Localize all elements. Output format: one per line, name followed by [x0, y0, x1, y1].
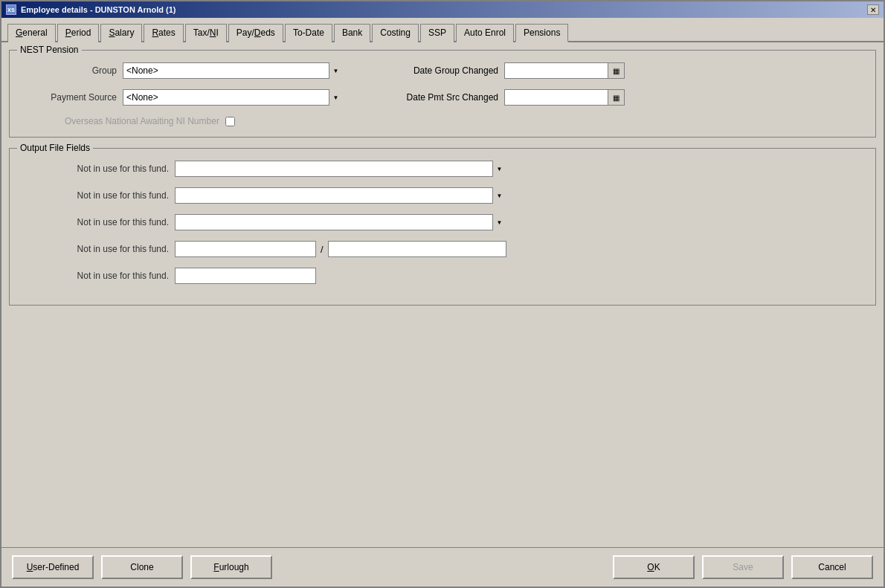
ok-button[interactable]: OK	[613, 555, 695, 579]
furlough-button[interactable]: Furlough	[190, 555, 272, 579]
output-file-fields-legend: Output File Fields	[17, 143, 93, 153]
tab-salary[interactable]: Salary	[100, 24, 142, 42]
tab-general[interactable]: General	[7, 24, 56, 42]
output-select-wrapper-1: ▼	[175, 161, 506, 177]
main-window: xs Employee details - DUNSTON Arnold (1)…	[0, 0, 885, 588]
tab-ssp[interactable]: SSP	[420, 24, 454, 42]
user-defined-button[interactable]: User-Defined	[12, 555, 94, 579]
date-pmt-src-changed-label: Date Pmt Src Changed	[387, 92, 498, 103]
payment-source-select[interactable]: <None>	[123, 89, 342, 106]
group-label: Group	[20, 65, 117, 76]
date-pmt-src-changed-group: Date Pmt Src Changed ▦	[387, 89, 625, 106]
nest-pension-group: NEST Pension Group <None> ▼ Date Group C…	[9, 50, 876, 138]
tab-rates[interactable]: Rates	[144, 24, 183, 42]
nest-pension-legend: NEST Pension	[17, 45, 82, 55]
output-row-4: Not in use for this fund. /	[20, 241, 865, 257]
split-input-a[interactable]	[175, 241, 316, 257]
tab-costing[interactable]: Costing	[372, 24, 419, 42]
date-group-changed-group: Date Group Changed ▦	[387, 62, 625, 79]
single-input[interactable]	[175, 268, 316, 284]
output-label-5: Not in use for this fund.	[20, 271, 169, 281]
split-divider: /	[316, 244, 328, 255]
tab-autoenrol[interactable]: Auto Enrol	[456, 24, 514, 42]
save-button: Save	[702, 555, 784, 579]
output-label-2: Not in use for this fund.	[20, 190, 169, 201]
output-select-wrapper-2: ▼	[175, 187, 506, 204]
output-label-3: Not in use for this fund.	[20, 217, 169, 227]
payment-source-row: Payment Source <None> ▼ Date Pmt Src Cha…	[20, 89, 865, 106]
split-input-group: /	[175, 241, 506, 257]
clone-button[interactable]: Clone	[101, 555, 183, 579]
tab-bank[interactable]: Bank	[334, 24, 370, 42]
output-file-fields-group: Output File Fields Not in use for this f…	[9, 148, 876, 306]
output-select-wrapper-3: ▼	[175, 214, 506, 230]
tab-paydeds[interactable]: Pay/Deds	[228, 24, 283, 42]
title-bar: xs Employee details - DUNSTON Arnold (1)…	[1, 1, 884, 18]
payment-source-select-wrapper: <None> ▼	[123, 89, 342, 106]
tab-period[interactable]: Period	[57, 24, 100, 42]
output-row-1: Not in use for this fund. ▼	[20, 161, 865, 177]
group-select[interactable]: <None>	[123, 62, 342, 79]
output-row-2: Not in use for this fund. ▼	[20, 187, 865, 204]
overseas-label: Overseas National Awaiting NI Number	[65, 116, 219, 126]
date-group-changed-input[interactable]	[504, 62, 608, 79]
group-select-wrapper: <None> ▼	[123, 62, 342, 79]
date-group-changed-calendar-btn[interactable]: ▦	[608, 62, 625, 79]
title-bar-left: xs Employee details - DUNSTON Arnold (1)	[6, 4, 176, 15]
tab-pensions[interactable]: Pensions	[515, 24, 568, 42]
tab-todate[interactable]: To-Date	[285, 24, 332, 42]
tab-bar: General Period Salary Rates Tax/NI Pay/D…	[1, 18, 884, 42]
date-pmt-src-changed-calendar-btn[interactable]: ▦	[608, 89, 625, 106]
footer: User-Defined Clone Furlough OK Save Canc…	[1, 547, 884, 587]
group-row: Group <None> ▼ Date Group Changed ▦	[20, 62, 865, 79]
overseas-checkbox[interactable]	[225, 117, 235, 126]
output-label-1: Not in use for this fund.	[20, 164, 169, 174]
overseas-row: Overseas National Awaiting NI Number	[65, 116, 865, 126]
cancel-button[interactable]: Cancel	[791, 555, 873, 579]
content-area: NEST Pension Group <None> ▼ Date Group C…	[1, 42, 884, 547]
payment-source-label: Payment Source	[20, 92, 117, 103]
output-select-3[interactable]	[175, 214, 506, 230]
date-pmt-src-changed-input[interactable]	[504, 89, 608, 106]
date-group-changed-label: Date Group Changed	[387, 65, 498, 76]
window-title: Employee details - DUNSTON Arnold (1)	[21, 5, 176, 14]
split-input-b[interactable]	[328, 241, 506, 257]
app-icon: xs	[6, 4, 16, 15]
output-label-4: Not in use for this fund.	[20, 244, 169, 254]
tab-taxni[interactable]: Tax/NI	[185, 24, 227, 42]
close-button[interactable]: ✕	[867, 4, 879, 15]
output-select-2[interactable]	[175, 187, 506, 204]
output-row-5: Not in use for this fund.	[20, 268, 865, 284]
output-row-3: Not in use for this fund. ▼	[20, 214, 865, 230]
output-select-1[interactable]	[175, 161, 506, 177]
